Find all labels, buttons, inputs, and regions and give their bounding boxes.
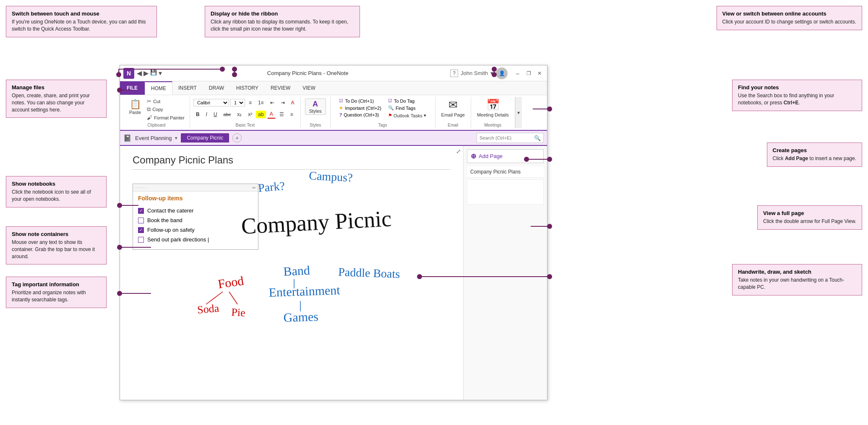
todo-checkbox-band[interactable] (138, 218, 144, 223)
page-tab-company-picnic[interactable]: Company Picnic (181, 133, 229, 143)
meetings-group-label: Meetings (485, 121, 502, 127)
strikethrough-btn[interactable]: abc (221, 111, 234, 118)
magnifier-icon: 🔍 (388, 105, 394, 111)
add-tab-btn[interactable]: + (232, 133, 242, 143)
notebook-dropdown-btn[interactable]: ▾ (175, 135, 177, 141)
svg-point-20 (547, 157, 552, 162)
title-bar: N ◀ ▶ 💾 ▾ Company Picnic Plans - OneNote… (120, 65, 547, 81)
tooltip-view-accounts: View or switch between online accounts C… (717, 6, 862, 30)
list-numbers-btn[interactable]: 1≡ (255, 98, 266, 107)
find-tags-btn[interactable]: 🔍 Find Tags (386, 105, 428, 111)
superscript-btn[interactable]: x² (245, 110, 255, 119)
minimize-btn[interactable]: – (514, 69, 522, 78)
tooltip-view-full-page-body: Click the double arrow for Full Page Vie… (763, 218, 856, 224)
page-item-company-picnic[interactable]: Company Picnic Plans (467, 166, 544, 178)
page-thumbnail (467, 179, 544, 205)
subscript-btn[interactable]: x₂ (235, 110, 244, 119)
todo-checkbox-directions[interactable] (138, 237, 144, 243)
question-icon: ? (339, 112, 342, 117)
font-selector[interactable]: Calibri (193, 99, 229, 106)
format-painter-button[interactable]: 🖌 Format Painter (145, 114, 186, 121)
font-size-selector[interactable]: 11 (230, 99, 245, 106)
tooltip-view-accounts-title: View or switch between online accounts (722, 10, 856, 17)
followup-title: Follow-up items (133, 192, 258, 204)
pages-panel: ⊕ Add Page Company Picnic Plans (463, 146, 547, 400)
full-page-arrow[interactable]: ⤢ (456, 148, 461, 155)
indent-decrease-btn[interactable]: ⇤ (268, 98, 277, 107)
back-btn[interactable]: ◀ (137, 69, 142, 77)
email-page-button[interactable]: ✉ Email Page (439, 98, 467, 118)
search-input[interactable] (480, 135, 534, 140)
todo-tag-btn[interactable]: ☑ To Do (Ctrl+1) (337, 98, 383, 104)
notebook-icon[interactable]: 📓 (123, 134, 132, 142)
email-label: Email Page (441, 112, 465, 117)
page-main: ⤢ Company Picnic Plans · · · · · ⇔ Follo… (120, 146, 463, 400)
font-color-picker[interactable]: A (289, 98, 297, 107)
question-tag-btn[interactable]: ? Question (Ctrl+3) (337, 112, 383, 118)
todo-checkbox-caterer[interactable]: ✓ (138, 208, 144, 214)
help-btn[interactable]: ? (450, 70, 458, 77)
tooltip-handwrite: Handwrite, draw, and sketch Take notes i… (732, 264, 862, 295)
forward-btn[interactable]: ▶ (143, 69, 149, 77)
ribbon-group-styles: A Styles Styles (301, 97, 331, 128)
important-tag-btn[interactable]: ★ Important (Ctrl+2) (337, 105, 383, 111)
ribbon-tabs: FILE HOME INSERT DRAW HISTORY REVIEW VIE… (120, 81, 547, 95)
indent-increase-btn[interactable]: ⇥ (278, 98, 287, 107)
restore-btn[interactable]: ❐ (524, 69, 533, 78)
clipboard-label: Clipboard (148, 121, 166, 127)
list-bullets-btn[interactable]: ≡ (246, 98, 254, 107)
bold-btn[interactable]: B (193, 110, 202, 119)
user-area[interactable]: John Smith ▾ 👤 (461, 67, 508, 79)
resize-icon[interactable]: ⇔ (252, 185, 255, 190)
font-color-btn[interactable]: A (267, 110, 276, 119)
italic-btn[interactable]: I (203, 110, 210, 119)
search-icon[interactable]: 🔍 (534, 135, 541, 141)
tooltip-find-notes-body: Use the Search box to find anything in y… (738, 93, 834, 106)
close-btn[interactable]: ✕ (535, 69, 544, 78)
ribbon-group-tags: ☑ To Do (Ctrl+1) ★ Important (Ctrl+2) ? … (331, 97, 435, 128)
dropdown-btn[interactable]: ▾ (159, 69, 162, 77)
page-content: ⤢ Company Picnic Plans · · · · · ⇔ Follo… (120, 146, 547, 400)
ribbon-content: 📋 Paste ✂ Cut ⧉ Copy 🖌 (120, 95, 547, 130)
copy-button[interactable]: ⧉ Copy (145, 106, 186, 113)
ribbon-group-email: ✉ Email Page Email (435, 97, 471, 128)
tab-insert[interactable]: INSERT (172, 81, 203, 95)
outlook-tasks-label: Outlook Tasks (394, 113, 422, 118)
underline-btn[interactable]: U (211, 110, 220, 119)
tooltip-display-ribbon-title: Display or hide the ribbon (211, 10, 354, 17)
todo-checkbox-safety[interactable]: ✓ (138, 227, 144, 233)
hw-entertainment: Entertainment (268, 283, 341, 299)
important-star-icon: ★ (339, 105, 343, 111)
tooltip-view-full-page-title: View a full page (763, 210, 856, 216)
window-title: Company Picnic Plans - OneNote (165, 70, 450, 76)
hw-food: Food (217, 274, 245, 291)
cut-button[interactable]: ✂ Cut (145, 98, 186, 105)
tooltip-find-notes: Find your notes Use the Search box to fi… (732, 80, 862, 111)
align-left-btn[interactable]: ☰ (277, 110, 287, 119)
followup-items: ✓ Contact the caterer Book the band ✓ Fo… (133, 204, 258, 249)
meeting-details-button[interactable]: 📅 Meeting Details (474, 98, 511, 118)
tab-view[interactable]: VIEW (297, 81, 322, 95)
add-page-button[interactable]: ⊕ Add Page (467, 149, 544, 163)
todo-label: To Do (Ctrl+1) (345, 98, 374, 104)
onenote-logo: N (123, 68, 134, 79)
tab-review[interactable]: REVIEW (265, 81, 297, 95)
paste-button[interactable]: 📋 Paste (127, 98, 143, 116)
highlight-btn[interactable]: ab (256, 111, 266, 118)
paste-icon: 📋 (130, 99, 141, 110)
tab-file[interactable]: FILE (120, 81, 145, 95)
tab-draw[interactable]: DRAW (203, 81, 230, 95)
notebook-name[interactable]: Event Planning (135, 135, 172, 141)
align-right-btn[interactable]: ≡ (288, 110, 296, 119)
tab-home[interactable]: HOME (145, 81, 172, 95)
tab-history[interactable]: HISTORY (230, 81, 265, 95)
styles-group-label: Styles (310, 121, 321, 127)
styles-button[interactable]: A Styles (305, 98, 326, 115)
important-label: Important (Ctrl+2) (345, 106, 381, 111)
todo-tag-right-btn[interactable]: ☑ To Do Tag (386, 98, 428, 104)
quick-save-btn[interactable]: 💾 (150, 69, 157, 77)
tooltip-view-accounts-body: Click your account ID to change settings… (722, 19, 856, 25)
outlook-tasks-btn[interactable]: ⚑ Outlook Tasks ▾ (386, 112, 428, 119)
followup-handle[interactable]: · · · · · ⇔ (133, 184, 258, 192)
ribbon-scroll-btn[interactable]: ▾ (515, 97, 522, 128)
